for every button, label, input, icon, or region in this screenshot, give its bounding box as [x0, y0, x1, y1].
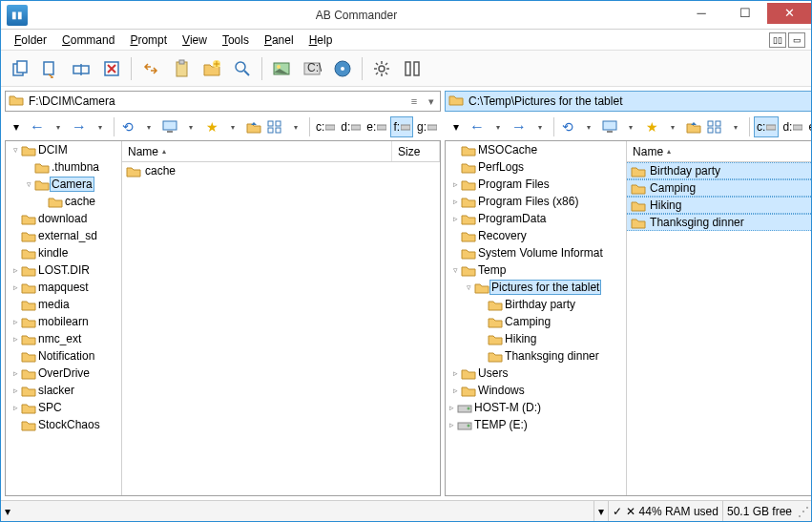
delete-icon[interactable]	[98, 55, 125, 82]
drive-d[interactable]: d:	[339, 116, 363, 137]
list-item[interactable]: Camping	[627, 179, 811, 197]
tree-item[interactable]: Thanksging dinner	[446, 347, 626, 365]
forward-icon[interactable]: →	[70, 116, 89, 137]
favorite-icon[interactable]: ★	[202, 116, 221, 137]
check-icon[interactable]: ✓	[613, 505, 622, 518]
path-menu-icon[interactable]: ≡	[406, 93, 423, 110]
drive-f[interactable]: f:	[390, 116, 413, 137]
back-icon[interactable]: ←	[28, 116, 47, 137]
close-status-icon[interactable]: ✕	[626, 505, 635, 518]
drive-e[interactable]: e:	[364, 116, 388, 137]
image-icon[interactable]	[268, 55, 295, 82]
menu-tools[interactable]: Tools	[215, 31, 257, 49]
sync-icon[interactable]	[137, 55, 164, 82]
tree-item[interactable]: media	[6, 296, 121, 313]
view-menu-icon[interactable]: ▾	[286, 116, 305, 137]
terminal-icon[interactable]: C:\	[299, 55, 325, 82]
forward-icon[interactable]: →	[510, 116, 529, 137]
col-name[interactable]: Name▴	[122, 141, 392, 161]
forward-menu-icon[interactable]: ▾	[531, 116, 550, 137]
right-list-header[interactable]: Name▴ Size	[627, 141, 811, 162]
status-dropdown-icon[interactable]: ▾	[5, 505, 10, 518]
col-size[interactable]: Size	[392, 141, 440, 161]
tree-item[interactable]: MSOCache	[446, 141, 626, 158]
computer-menu-icon[interactable]: ▾	[181, 116, 200, 137]
back-icon[interactable]: ←	[468, 116, 487, 137]
up-folder-icon[interactable]	[244, 116, 263, 137]
path-dropdown-icon[interactable]: ▾	[423, 93, 440, 110]
back-menu-icon[interactable]: ▾	[489, 116, 508, 137]
up-folder-icon[interactable]	[684, 116, 703, 137]
refresh-menu-icon[interactable]: ▾	[139, 116, 158, 137]
view-icon[interactable]	[705, 116, 724, 137]
drive-c[interactable]: c:	[314, 116, 337, 137]
menu-view[interactable]: View	[175, 31, 215, 49]
tree-item[interactable]: ▹Windows	[446, 382, 626, 399]
list-item[interactable]: Thanksging dinner	[627, 214, 811, 231]
refresh-icon[interactable]: ⟲	[558, 116, 577, 137]
resize-grip[interactable]: ⋰	[796, 505, 811, 518]
tree-item[interactable]: StockChaos	[6, 416, 121, 433]
maximize-button[interactable]: ☐	[723, 3, 767, 24]
search-icon[interactable]	[229, 55, 256, 82]
tree-item[interactable]: .thumbna	[6, 158, 121, 176]
tree-item[interactable]: PerfLogs	[446, 158, 626, 176]
col-name[interactable]: Name▴	[627, 141, 811, 161]
tree-item[interactable]: ▹OverDrive	[6, 365, 121, 382]
tree-item[interactable]: cache	[6, 193, 121, 210]
tree-item[interactable]: Hiking	[446, 330, 626, 347]
drive-g[interactable]: g:	[415, 116, 439, 137]
move-icon[interactable]	[37, 55, 64, 82]
list-item[interactable]: Birthday party	[627, 162, 811, 179]
tree-item[interactable]: ▹ProgramData	[446, 210, 626, 227]
tree-item[interactable]: ▿Pictures for the tablet	[446, 279, 626, 296]
tree-item[interactable]: ▿DCIM	[6, 141, 121, 158]
tree-item[interactable]: external_sd	[6, 227, 121, 244]
layout-icon-2[interactable]: ▭	[788, 32, 805, 48]
clipboard-icon[interactable]	[168, 55, 195, 82]
columns-icon[interactable]	[399, 55, 426, 82]
left-file-list[interactable]: Name▴ Size cache	[122, 141, 440, 495]
rename-icon[interactable]	[68, 55, 94, 82]
copy-icon[interactable]	[7, 55, 33, 82]
tree-item[interactable]: ▹TEMP (E:)	[446, 416, 626, 433]
list-item[interactable]: Hiking	[627, 197, 811, 214]
menu-panel[interactable]: Panel	[257, 31, 302, 49]
left-list-header[interactable]: Name▴ Size	[122, 141, 440, 162]
drive-d[interactable]: d:	[781, 116, 804, 137]
right-path-bar[interactable]: C:\Temp\Pictures for the tablet ≡ ▾	[445, 91, 811, 112]
menu-folder[interactable]: Folder	[7, 31, 54, 49]
tree-item[interactable]: ▹slacker	[6, 382, 121, 399]
forward-menu-icon[interactable]: ▾	[91, 116, 110, 137]
tree-item[interactable]: ▹SPC	[6, 399, 121, 416]
layout-icon-1[interactable]: ▯▯	[769, 32, 786, 48]
right-file-list[interactable]: Name▴ Size Birthday partyCampingHikingTh…	[627, 141, 811, 495]
refresh-icon[interactable]: ⟲	[118, 116, 137, 137]
tree-item[interactable]: ▿Temp	[446, 261, 626, 279]
drive-e[interactable]: e:	[806, 116, 811, 137]
left-folder-tree[interactable]: ▿DCIM.thumbna▿Cameracachedownloadexterna…	[6, 141, 122, 495]
tree-item[interactable]: Birthday party	[446, 296, 626, 313]
tree-item[interactable]: kindle	[6, 244, 121, 261]
tree-item[interactable]: ▿Camera	[6, 176, 121, 193]
tree-item[interactable]: ▹mapquest	[6, 279, 121, 296]
left-path-bar[interactable]: F:\DCIM\Camera ≡ ▾	[5, 91, 441, 112]
tree-item[interactable]: ▹Users	[446, 365, 626, 382]
tree-item[interactable]: ▹nmc_ext	[6, 330, 121, 347]
nav-dropdown-icon[interactable]: ▾	[7, 116, 26, 137]
menu-help[interactable]: Help	[302, 31, 341, 49]
settings-icon[interactable]	[368, 55, 395, 82]
tree-item[interactable]: System Volume Informat	[446, 244, 626, 261]
computer-icon[interactable]	[600, 116, 619, 137]
refresh-menu-icon[interactable]: ▾	[579, 116, 598, 137]
tree-item[interactable]: Recovery	[446, 227, 626, 244]
tree-item[interactable]: ▹Program Files (x86)	[446, 193, 626, 210]
nav-dropdown-icon[interactable]: ▾	[447, 116, 466, 137]
tree-item[interactable]: ▹HOST-M (D:)	[446, 399, 626, 416]
view-icon[interactable]	[265, 116, 284, 137]
favorite-icon[interactable]: ★	[642, 116, 661, 137]
favorite-menu-icon[interactable]: ▾	[663, 116, 682, 137]
tree-item[interactable]: ▹Program Files	[446, 176, 626, 193]
view-menu-icon[interactable]: ▾	[726, 116, 745, 137]
disk-icon[interactable]	[329, 55, 356, 82]
